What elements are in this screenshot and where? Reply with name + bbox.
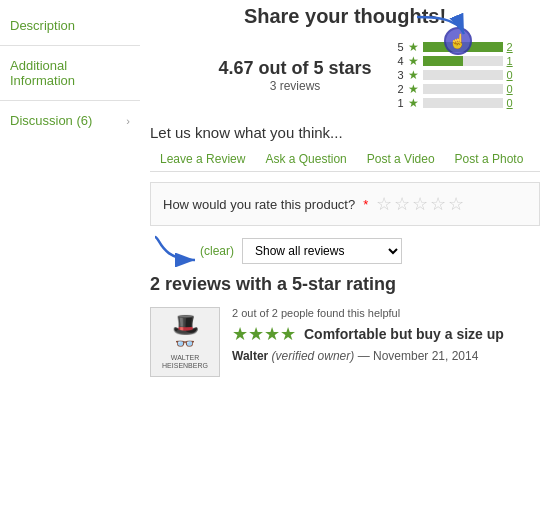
verified-label: (verified owner) (272, 349, 355, 363)
star-bar-row-3: 3 ★ 0 (392, 68, 519, 82)
bar-count-5[interactable]: 2 (507, 41, 519, 53)
review-item: 🎩 👓 WALTERHEISENBERG 2 out of 2 people f… (150, 307, 540, 377)
bar-count-3: 0 (507, 69, 519, 81)
review-date: — November 21, 2014 (358, 349, 479, 363)
tab-ask-question[interactable]: Ask a Question (255, 147, 356, 171)
bar-track-4 (423, 56, 503, 66)
star-bars-container: 5 ★ 2 4 ★ 1 3 ★ (392, 40, 519, 110)
bar-count-2: 0 (507, 83, 519, 95)
avatar-hat-icon: 🎩 (172, 314, 199, 336)
review-title: Comfortable but buy a size up (304, 326, 504, 342)
sidebar: Description Additional Information Discu… (0, 0, 140, 146)
bar-label-5: 5 (392, 41, 404, 53)
sidebar-item-description[interactable]: Description (0, 10, 140, 41)
sidebar-divider-2 (0, 100, 140, 101)
required-marker: * (363, 197, 368, 212)
average-rating: 4.67 out of 5 stars (218, 58, 371, 79)
sidebar-item-additional-info-label: Additional Information (10, 58, 130, 88)
rating-prompt-row: How would you rate this product? * ☆ ☆ ☆… (163, 193, 527, 215)
bar-label-4: 4 (392, 55, 404, 67)
rating-prompt-text: How would you rate this product? (163, 197, 355, 212)
chevron-right-icon: › (126, 115, 130, 127)
helpful-text: 2 out of 2 people found this helpful (232, 307, 540, 319)
review-tabs: Leave a Review Ask a Question Post a Vid… (150, 147, 540, 172)
avatar-glasses-icon: 👓 (175, 336, 195, 352)
bar-track-1 (423, 98, 503, 108)
review-stars-title: ★★★★ Comfortable but buy a size up (232, 323, 540, 345)
reviewer-avatar: 🎩 👓 WALTERHEISENBERG (150, 307, 220, 377)
sidebar-item-description-label: Description (10, 18, 75, 33)
bar-label-2: 2 (392, 83, 404, 95)
star-2-empty[interactable]: ☆ (394, 193, 410, 215)
tab-post-video[interactable]: Post a Video (357, 147, 445, 171)
star-rating-input[interactable]: ☆ ☆ ☆ ☆ ☆ (376, 193, 464, 215)
star-bar-row-4[interactable]: 4 ★ 1 (392, 54, 519, 68)
star-bar-row-1: 1 ★ 0 (392, 96, 519, 110)
bar-label-3: 3 (392, 69, 404, 81)
star-bar-row-2: 2 ★ 0 (392, 82, 519, 96)
bar-count-4[interactable]: 1 (507, 55, 519, 67)
blue-arrow-star (412, 12, 472, 45)
let-us-know-heading: Let us know what you think... (150, 124, 540, 141)
review-stars: ★★★★ (232, 323, 296, 345)
reviewer-info: Walter (verified owner) — November 21, 2… (232, 349, 540, 363)
reviewer-name: Walter (232, 349, 268, 363)
rating-section: 4.67 out of 5 stars 3 reviews (150, 40, 540, 110)
star-icon-2: ★ (408, 82, 419, 96)
five-star-heading: 2 reviews with a 5-star rating (150, 274, 540, 295)
filter-section: (clear) Show all reviews 5 stars 4 stars… (150, 238, 540, 264)
tab-post-photo[interactable]: Post a Photo (445, 147, 534, 171)
sidebar-item-additional-info[interactable]: Additional Information (0, 50, 140, 96)
tab-leave-review[interactable]: Leave a Review (150, 147, 255, 171)
sidebar-item-discussion-label: Discussion (6) (10, 113, 92, 128)
reviews-count: 3 reviews (218, 79, 371, 93)
bar-count-1: 0 (507, 97, 519, 109)
review-body: 2 out of 2 people found this helpful ★★★… (232, 307, 540, 363)
star-4-empty[interactable]: ☆ (430, 193, 446, 215)
sidebar-divider-1 (0, 45, 140, 46)
bar-label-1: 1 (392, 97, 404, 109)
filter-clear-button[interactable]: (clear) (200, 244, 234, 258)
filter-select[interactable]: Show all reviews 5 stars 4 stars 3 stars… (242, 238, 402, 264)
blue-arrow-filter (150, 232, 205, 270)
bar-track-2 (423, 84, 503, 94)
star-icon-3: ★ (408, 68, 419, 82)
star-icon-1: ★ (408, 96, 419, 110)
share-header: Share your thoughts! (150, 5, 540, 28)
sidebar-item-discussion[interactable]: Discussion (6) › (0, 105, 140, 136)
star-bars: 5 ★ 2 4 ★ 1 3 ★ (392, 40, 519, 110)
bar-fill-4 (423, 56, 463, 66)
rating-summary: 4.67 out of 5 stars 3 reviews (218, 58, 371, 93)
star-icon-4: ★ (408, 54, 419, 68)
avatar-label: WALTERHEISENBERG (162, 354, 208, 371)
star-1-empty[interactable]: ☆ (376, 193, 392, 215)
bar-track-3 (423, 70, 503, 80)
star-3-empty[interactable]: ☆ (412, 193, 428, 215)
review-form-box: How would you rate this product? * ☆ ☆ ☆… (150, 182, 540, 226)
star-5-empty[interactable]: ☆ (448, 193, 464, 215)
main-content: Share your thoughts! 4.67 out of 5 stars… (150, 0, 550, 387)
